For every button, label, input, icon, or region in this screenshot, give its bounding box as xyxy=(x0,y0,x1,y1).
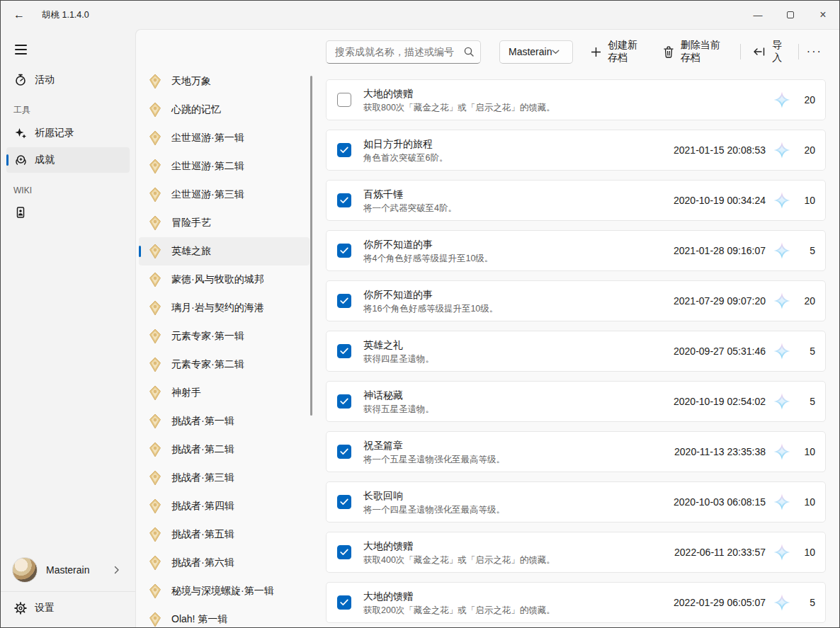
chevron-right-icon xyxy=(114,566,120,574)
achievement-description: 获取400次「藏金之花」或「启示之花」的馈藏。 xyxy=(363,554,674,566)
achievement-card: 大地的馈赠 获取400次「藏金之花」或「启示之花」的馈藏。 2022-06-11… xyxy=(326,532,826,573)
achievement-text: 大地的馈赠 获取400次「藏金之花」或「启示之花」的馈藏。 xyxy=(363,539,674,566)
primogem-icon xyxy=(773,593,791,612)
sidebar: 活动 工具 祈愿记录 成就 WIKI Masterain xyxy=(1,29,135,627)
category-label: 尘世巡游·第二辑 xyxy=(171,160,244,173)
close-button[interactable]: × xyxy=(807,1,839,29)
category-item[interactable]: 神射手 xyxy=(139,379,310,407)
achievement-card: 你所不知道的事 将16个角色好感等级提升至10级。 2021-07-29 09:… xyxy=(326,280,826,321)
category-emblem-icon xyxy=(139,159,171,174)
toolbar-separator xyxy=(798,44,799,59)
achievement-title: 神话秘藏 xyxy=(363,389,674,401)
sidebar-item-character[interactable] xyxy=(6,200,130,225)
stopwatch-icon xyxy=(6,74,35,86)
category-emblem-icon xyxy=(139,272,171,287)
category-item[interactable]: 挑战者·第四辑 xyxy=(139,492,310,520)
user-name: Masterain xyxy=(46,564,114,576)
category-item[interactable]: 挑战者·第三辑 xyxy=(139,464,310,492)
category-item[interactable]: 挑战者·第一辑 xyxy=(139,407,310,435)
category-label: 蒙德·风与牧歌的城邦 xyxy=(171,273,264,286)
sidebar-item-activity[interactable]: 活动 xyxy=(6,67,130,93)
achievement-description: 获得四星圣遗物。 xyxy=(363,353,674,365)
achievement-text: 神话秘藏 获得五星圣遗物。 xyxy=(363,389,674,415)
sidebar-item-wish-history[interactable]: 祈愿记录 xyxy=(6,120,130,146)
search-input[interactable] xyxy=(335,46,463,57)
achievement-checkbox[interactable] xyxy=(337,294,351,308)
category-scrollbar[interactable] xyxy=(310,76,312,416)
achievement-list: 大地的馈赠 获取800次「藏金之花」或「启示之花」的馈藏。 20 xyxy=(326,79,826,627)
category-label: 璃月·岩与契约的海港 xyxy=(171,302,264,314)
back-button[interactable]: ← xyxy=(5,4,33,26)
create-archive-button[interactable]: 创建新存档 xyxy=(583,40,655,64)
category-emblem-icon xyxy=(139,102,171,118)
achievement-checkbox[interactable] xyxy=(337,244,351,258)
minimize-button[interactable]: — xyxy=(742,1,774,29)
achievement-timestamp: 2021-07-29 09:07:20 xyxy=(674,295,766,307)
primogem-icon xyxy=(773,292,791,310)
category-item[interactable]: 尘世巡游·第二辑 xyxy=(139,152,310,181)
achievement-checkbox[interactable] xyxy=(337,445,351,459)
create-archive-label: 创建新存档 xyxy=(608,39,647,64)
category-label: 挑战者·第二辑 xyxy=(171,443,234,456)
category-label: 挑战者·第一辑 xyxy=(171,415,234,428)
toolbar-separator xyxy=(740,44,741,59)
category-item[interactable]: 秘境与深境螺旋·第一辑 xyxy=(139,577,310,605)
category-item[interactable]: 挑战者·第五辑 xyxy=(139,520,310,549)
category-item[interactable]: 英雄之旅 xyxy=(139,237,310,266)
category-emblem-icon xyxy=(139,527,171,542)
maximize-button[interactable] xyxy=(774,1,807,29)
back-icon: ← xyxy=(13,8,25,21)
archive-select[interactable]: Masterain xyxy=(499,40,573,64)
more-button[interactable]: ··· xyxy=(803,40,826,64)
category-emblem-icon xyxy=(139,612,171,627)
primogem-icon xyxy=(773,392,791,411)
achievement-checkbox[interactable] xyxy=(337,595,351,610)
achievement-checkbox[interactable] xyxy=(337,93,351,107)
sidebar-item-settings[interactable]: 设置 xyxy=(6,595,130,622)
category-item[interactable]: 挑战者·第二辑 xyxy=(139,435,310,464)
category-item[interactable]: 元素专家·第一辑 xyxy=(139,322,310,350)
achievement-text: 大地的馈赠 获取800次「藏金之花」或「启示之花」的馈藏。 xyxy=(363,87,766,113)
achievement-checkbox[interactable] xyxy=(337,394,351,409)
achievement-checkbox[interactable] xyxy=(337,344,351,358)
category-item[interactable]: 尘世巡游·第一辑 xyxy=(139,124,310,152)
hamburger-button[interactable] xyxy=(11,39,35,60)
achievement-description: 获取200次「藏金之花」或「启示之花」的馈藏。 xyxy=(363,605,674,616)
category-emblem-icon xyxy=(139,300,171,316)
achievement-reward-count: 10 xyxy=(797,195,815,206)
category-item[interactable]: 元素专家·第二辑 xyxy=(139,350,310,379)
app-window: ← 胡桃 1.1.4.0 — × 活动 工具 祈愿记录 xyxy=(0,0,840,628)
sidebar-bottom: Masterain 设置 xyxy=(1,552,135,627)
sidebar-item-achievements[interactable]: 成就 xyxy=(6,147,130,173)
user-profile-button[interactable]: Masterain xyxy=(6,552,130,588)
category-label: 挑战者·第四辑 xyxy=(171,500,234,513)
achievement-card: 祝圣篇章 将一个五星圣遗物强化至最高等级。 2020-11-13 23:35:3… xyxy=(326,431,826,472)
achievement-text: 如日方升的旅程 角色首次突破至6阶。 xyxy=(363,137,674,164)
category-item[interactable]: 璃月·岩与契约的海港 xyxy=(139,294,310,322)
achievement-checkbox[interactable] xyxy=(337,193,351,207)
category-item[interactable]: 尘世巡游·第三辑 xyxy=(139,181,310,209)
search-icon xyxy=(463,46,475,57)
achievement-checkbox[interactable] xyxy=(337,495,351,509)
category-item[interactable]: 蒙德·风与牧歌的城邦 xyxy=(139,266,310,294)
achievement-card: 你所不知道的事 将4个角色好感等级提升至10级。 2021-01-28 09:1… xyxy=(326,230,826,271)
import-button[interactable]: 导入 xyxy=(745,40,794,64)
achievement-description: 获得五星圣遗物。 xyxy=(363,404,674,415)
category-item[interactable]: 挑战者·第六辑 xyxy=(139,549,310,577)
import-icon xyxy=(753,47,766,57)
category-item[interactable]: 冒险手艺 xyxy=(139,209,310,237)
minimize-icon: — xyxy=(754,10,763,21)
achievement-checkbox[interactable] xyxy=(337,143,351,157)
achievement-timestamp: 2020-09-27 05:31:46 xyxy=(674,346,766,357)
achievement-text: 你所不知道的事 将16个角色好感等级提升至10级。 xyxy=(363,288,674,314)
category-label: 天地万象 xyxy=(171,75,211,88)
category-item[interactable]: 心跳的记忆 xyxy=(139,96,310,124)
achievement-title: 你所不知道的事 xyxy=(363,238,674,251)
category-item[interactable]: Olah! 第一辑 xyxy=(139,605,310,627)
delete-archive-button[interactable]: 删除当前存档 xyxy=(655,40,737,64)
achievement-reward-count: 10 xyxy=(797,446,815,457)
window-controls: — × xyxy=(742,1,839,29)
category-item[interactable]: 天地万象 xyxy=(139,67,310,96)
user-avatar xyxy=(12,557,38,583)
achievement-checkbox[interactable] xyxy=(337,545,351,559)
